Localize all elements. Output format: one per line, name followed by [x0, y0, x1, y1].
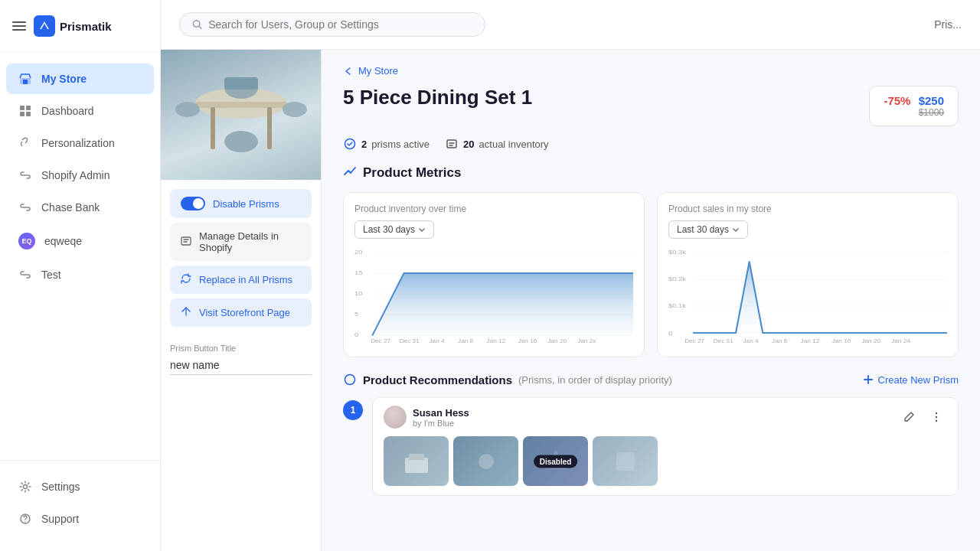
prism-input-area: Prism Button Title	[161, 341, 321, 384]
sidebar-item-label: Test	[41, 269, 61, 281]
svg-rect-64	[409, 454, 424, 460]
replace-prisms-button[interactable]: Replace in All Prisms	[170, 266, 312, 294]
sidebar-item-label: Chase Bank	[41, 201, 100, 214]
svg-text:Jan 4: Jan 4	[743, 338, 759, 344]
svg-text:15: 15	[354, 269, 363, 276]
chart1-filter-label: Last 30 days	[363, 224, 415, 235]
manage-shopify-label: Manage Details in Shopify	[199, 230, 301, 253]
search-box[interactable]	[179, 12, 485, 37]
svg-text:Jan 24: Jan 24	[891, 338, 910, 344]
topbar: Pris...	[161, 0, 980, 50]
product-meta: 2 prisms active 20 actual inventory	[343, 137, 959, 151]
svg-text:Jan 12: Jan 12	[487, 338, 506, 344]
prism-user-name: Susan Hess	[413, 407, 469, 419]
manage-shopify-button[interactable]: Manage Details in Shopify	[170, 223, 312, 261]
main-content: Pris...	[161, 0, 980, 551]
create-prism-button[interactable]: Create New Prism	[863, 374, 959, 386]
svg-rect-14	[211, 107, 215, 149]
search-icon	[192, 19, 202, 30]
svg-rect-67	[616, 452, 635, 471]
prism-number-1: 1	[343, 400, 363, 420]
charts-row: Product inventory over time Last 30 days	[343, 192, 959, 357]
chart2-area: $0.3k $0.2k $0.1k 0 Dec 27	[668, 246, 947, 346]
svg-text:Jan 20: Jan 20	[861, 338, 880, 344]
sidebar-item-label: Shopify Admin	[41, 169, 110, 181]
chart1-filter[interactable]: Last 30 days	[354, 220, 434, 239]
inventory-badge: 20 actual inventory	[445, 137, 549, 151]
inventory-label: actual inventory	[479, 139, 549, 150]
prism-user-sub: by I'm Blue	[413, 419, 469, 428]
prism-products-row: Disabled	[373, 436, 958, 495]
svg-rect-15	[267, 107, 272, 149]
settings-icon	[18, 480, 32, 494]
svg-text:Dec 31: Dec 31	[714, 338, 733, 344]
sidebar-item-eqweqe[interactable]: EQ eqweqe	[6, 224, 154, 258]
chevron-down-icon	[418, 226, 426, 233]
disable-prisms-button[interactable]: Disable Prisms	[170, 189, 312, 218]
svg-point-61	[936, 416, 937, 418]
trend-icon	[343, 165, 357, 181]
svg-text:Jan 8: Jan 8	[772, 338, 787, 344]
svg-text:Dec 27: Dec 27	[684, 338, 704, 344]
avatar	[384, 406, 407, 429]
product-panel: Disable Prisms Manage Details in Shopify…	[161, 50, 322, 551]
link-icon	[18, 168, 32, 182]
svg-text:0: 0	[668, 330, 672, 337]
sidebar-item-dashboard[interactable]: Dashboard	[6, 96, 154, 126]
product-thumb-1	[384, 436, 449, 486]
svg-text:Jan 16: Jan 16	[518, 338, 537, 344]
svg-text:Jan 20: Jan 20	[547, 338, 567, 344]
prism-user: Susan Hess by I'm Blue	[384, 406, 469, 429]
svg-text:Dec 27: Dec 27	[371, 338, 390, 344]
toggle-switch[interactable]	[181, 197, 205, 210]
sidebar-item-chase-bank[interactable]: Chase Bank	[6, 192, 154, 223]
svg-text:Jan 12: Jan 12	[801, 338, 820, 344]
sidebar-item-label: eqweqe	[44, 235, 82, 247]
svg-text:Jan 8: Jan 8	[458, 338, 473, 344]
edit-prism-button[interactable]	[898, 406, 920, 428]
sidebar-item-shopify-admin[interactable]: Shopify Admin	[6, 160, 154, 191]
sidebar-item-my-store[interactable]: My Store	[6, 64, 154, 94]
hamburger-icon[interactable]	[12, 21, 26, 31]
svg-text:20: 20	[354, 249, 363, 256]
product-thumb-3: Disabled	[523, 436, 588, 486]
app-name: Prismatik	[60, 20, 112, 33]
breadcrumb[interactable]: My Store	[343, 65, 959, 77]
chart2-filter[interactable]: Last 30 days	[668, 220, 748, 239]
svg-text:$0.2k: $0.2k	[668, 276, 687, 282]
metrics-title: Product Metrics	[363, 165, 461, 181]
breadcrumb-label: My Store	[358, 65, 398, 77]
prisms-count: 2	[361, 139, 367, 150]
svg-text:5: 5	[354, 311, 358, 318]
sidebar-footer: Settings Support	[0, 460, 160, 551]
prism-icon	[343, 137, 357, 151]
sidebar-item-personalization[interactable]: Personalization	[6, 128, 154, 158]
sidebar-item-test[interactable]: Test	[6, 259, 154, 290]
prism-card-1: Susan Hess by I'm Blue	[372, 397, 959, 496]
svg-text:Jan 2x: Jan 2x	[577, 338, 596, 344]
product-actions: Disable Prisms Manage Details in Shopify…	[161, 180, 321, 341]
content-area: Disable Prisms Manage Details in Shopify…	[161, 50, 980, 551]
product-title: 5 Piece Dining Set 1	[343, 86, 532, 109]
recommendations-subtitle: (Prisms, in order of display priority)	[518, 374, 672, 386]
link-icon-3	[18, 268, 32, 282]
current-price: $250	[919, 94, 944, 107]
search-input[interactable]	[208, 18, 472, 31]
svg-rect-4	[20, 106, 24, 110]
svg-text:10: 10	[354, 290, 363, 297]
visit-storefront-button[interactable]: Visit Storefront Page	[170, 298, 312, 327]
prisms-active-badge: 2 prisms active	[343, 137, 430, 151]
product-image	[161, 50, 321, 180]
replace-prisms-label: Replace in All Prisms	[199, 274, 292, 285]
link-icon-2	[18, 201, 32, 214]
logo-area: Prismatik	[34, 15, 112, 37]
prism-name-input[interactable]	[170, 356, 312, 375]
prism-action-buttons	[898, 406, 947, 428]
sidebar-item-settings[interactable]: Settings	[6, 471, 154, 502]
sidebar-item-support[interactable]: Support	[6, 504, 154, 534]
recommendations-title: Product Recommendations (Prisms, in orde…	[343, 373, 672, 386]
svg-text:$0.3k: $0.3k	[668, 249, 687, 256]
personalization-icon	[18, 136, 32, 150]
more-options-button[interactable]	[926, 406, 947, 428]
original-price: $1000	[884, 107, 944, 118]
